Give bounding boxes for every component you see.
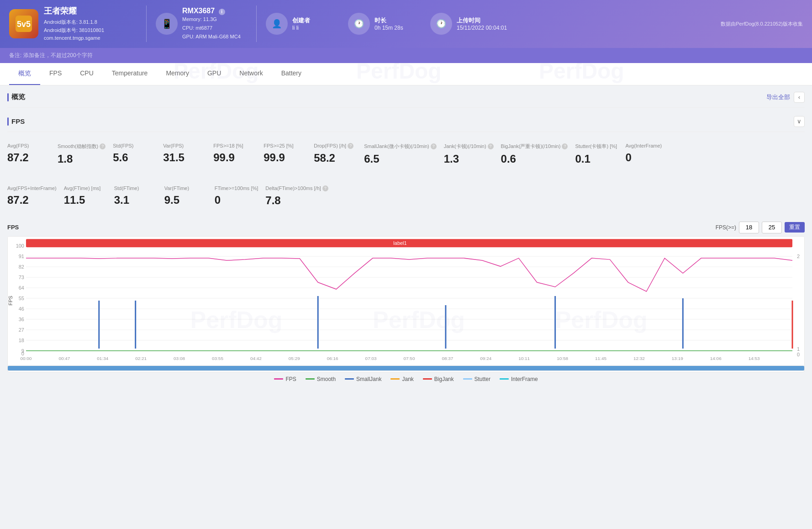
svg-text:08:37: 08:37 [442,356,453,361]
svg-text:05:29: 05:29 [289,356,300,361]
legend-label: BigJank [434,376,454,382]
svg-text:64: 64 [19,285,24,291]
svg-text:73: 73 [19,275,24,280]
fps-chart-container[interactable]: 100 91 82 73 64 55 46 36 27 18 9 0 [7,236,805,372]
stat-value: 0.6 [501,153,516,165]
stat-item: Avg(FPS+InterFrame)87.2 [7,184,64,209]
stat-label: SmallJank(微小卡顿)(/10min)? [364,143,436,150]
stat-value: 5.6 [113,151,128,164]
tab-memory[interactable]: Memory [157,63,198,85]
stat-item: Var(FPS)31.5 [163,141,213,167]
overview-collapse-button[interactable]: ‹ [794,92,805,103]
app-header: 5v5 王者荣耀 Android版本名: 3.81.1.8 Android版本号… [0,0,812,48]
upload-value: 15/11/2022 00:04:01 [457,25,507,31]
svg-rect-2 [8,237,804,365]
svg-text:1: 1 [797,346,800,352]
svg-text:09:24: 09:24 [480,356,491,361]
export-button[interactable]: 导出全部 [766,93,790,101]
tab-gpu[interactable]: GPU [198,63,230,85]
info-icon[interactable]: ? [431,143,437,149]
fps-collapse-button[interactable]: ∨ [794,116,805,127]
svg-text:10:11: 10:11 [518,356,530,361]
creator-value: li li [292,25,310,31]
tab-network[interactable]: Network [230,63,272,85]
legend-label: FPS [285,376,296,382]
stat-label: Avg(InterFrame) [625,143,662,148]
legend-item: Jank [390,376,413,382]
svg-text:Jank: Jank [803,304,804,315]
svg-text:0: 0 [797,352,800,357]
app-name: 王者荣耀 [44,5,104,16]
stat-label: FPS>=18 [%] [213,143,243,148]
svg-text:PerfDog: PerfDog [373,307,465,333]
app-details: 王者荣耀 Android版本名: 3.81.1.8 Android版本号: 38… [44,5,104,42]
device-sub: Memory: 11.3G CPU: mt6877 GPU: ARM Mali-… [182,15,241,41]
header-note: 数据由PerfDog(8.0.221052)版本收集 [721,21,803,26]
device-info: 📱 RMX3687 i Memory: 11.3G CPU: mt6877 GP… [156,7,247,41]
svg-text:FPS: FPS [8,296,13,305]
stat-item: FTime>=100ms [%]0 [215,184,266,209]
duration-icon: 🕐 [348,13,370,35]
stat-label: Var(FPS) [163,143,184,148]
stat-value: 7.8 [265,194,280,207]
legend-dot [463,378,472,380]
legend-item: SmallJank [345,376,381,382]
stat-value: 11.5 [64,194,85,206]
chart-legend: FPSSmoothSmallJankJankBigJankStutterInte… [7,372,805,384]
stat-item: Var(FTime)9.5 [164,184,215,209]
stat-item: SmallJank(微小卡顿)(/10min)?6.5 [364,141,443,167]
duration-label: 时长 [374,16,403,25]
chart-header: FPS FPS(>=) 重置 [7,222,805,233]
stat-label: Avg(FPS) [7,143,29,148]
svg-text:14:53: 14:53 [749,356,760,361]
chart-scrollbar[interactable] [8,365,804,371]
creator-label: 创建者 [292,16,310,25]
reset-button[interactable]: 重置 [785,222,805,233]
stat-label: FPS>=25 [%] [264,143,293,148]
legend-label: SmallJank [356,376,381,382]
svg-text:36: 36 [19,317,24,322]
stat-value: 1.3 [444,153,459,165]
stat-label: BigJank(严重卡顿)(/10min)? [501,143,568,150]
fps-stats-row2: Avg(FPS+InterFrame)87.2Avg(FTime) [ms]11… [7,176,805,218]
svg-text:06:16: 06:16 [327,356,338,361]
device-info-badge[interactable]: i [219,9,225,15]
legend-item: InterFrame [500,376,538,382]
creator-details: 创建者 li li [292,16,310,31]
stat-item: Std(FTime)3.1 [114,184,164,209]
info-icon[interactable]: ? [488,143,494,149]
svg-text:18: 18 [19,338,24,343]
creator-card: 👤 创建者 li li [266,13,339,35]
tab-temperature[interactable]: Temperature [103,63,157,85]
svg-text:02:21: 02:21 [135,356,147,361]
legend-label: Stutter [475,376,490,382]
legend-item: Stutter [463,376,490,382]
legend-item: BigJank [423,376,454,382]
legend-dot [390,378,400,380]
info-icon[interactable]: ? [562,143,568,149]
info-icon[interactable]: ? [100,143,105,149]
stat-item: Stutter(卡顿率) [%]0.1 [575,141,625,167]
tab-overview[interactable]: 概览 [9,63,40,85]
device-memory: Memory: 11.3G [182,15,241,24]
stat-value: 58.2 [314,152,335,164]
svg-text:03:08: 03:08 [174,356,185,361]
tab-fps[interactable]: FPS [40,63,71,85]
stat-label: Smooth(稳帧指数)? [58,143,105,150]
info-icon[interactable]: ? [348,143,353,149]
svg-text:07:50: 07:50 [404,356,415,361]
fps-header: FPS ∨ [7,110,805,132]
creator-icon: 👤 [266,13,288,35]
legend-dot [306,378,315,380]
watermark-2: PerfDog [356,63,442,84]
info-icon[interactable]: ? [322,185,328,191]
fps-val1-input[interactable] [739,222,759,233]
stat-value: 87.2 [7,151,29,164]
stat-label: Std(FPS) [113,143,133,148]
tab-cpu[interactable]: CPU [71,63,103,85]
svg-text:00:00: 00:00 [20,356,32,361]
tab-battery[interactable]: Battery [272,63,311,85]
svg-text:91: 91 [19,254,24,259]
svg-text:5v5: 5v5 [17,20,31,29]
fps-val2-input[interactable] [762,222,782,233]
